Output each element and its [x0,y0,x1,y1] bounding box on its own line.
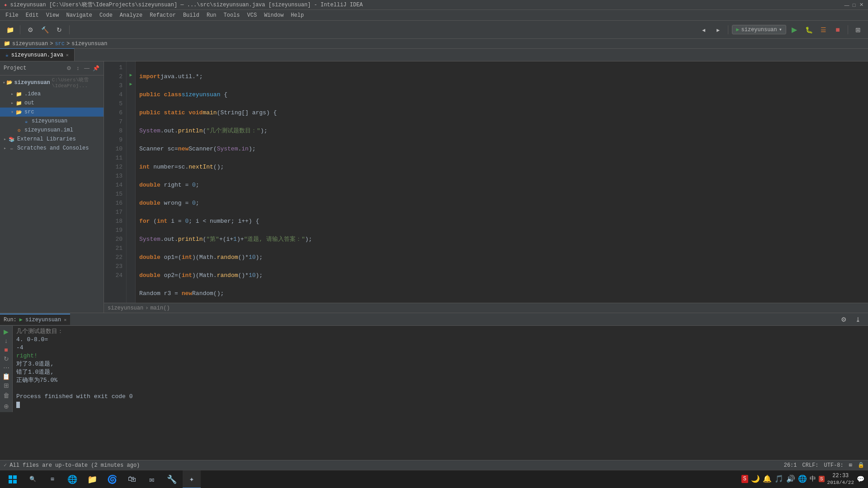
code-content[interactable]: import java.util.*; public class sizeyun… [136,61,868,303]
tree-item-iml[interactable]: ▸ ⚙ sizeyunsuan.iml [0,126,104,135]
run-options-btn[interactable]: ⋯ [1,364,11,372]
close-button[interactable]: ✕ [858,2,864,8]
gutter-run-3[interactable]: ▶ [129,81,132,87]
taskbar-right: S 🌙 🔔 🎵 🔊 🌐 中 S 22:33 2018/4/22 💬 [741,473,864,486]
tree-label-java: sizeyunsuan [32,118,67,124]
taskbar-clock[interactable]: 22:33 2018/4/22 [827,473,854,486]
file-tab-name: sizeyunsuan.java [11,52,63,58]
breadcrumb-part1[interactable]: sizeyunsuan [12,41,48,47]
taskbar-store-btn[interactable]: 🛍 [123,470,141,488]
run-expand-btn[interactable]: ⊕ [1,402,11,410]
cursor-position[interactable]: 26:1 [784,462,797,469]
coverage-button[interactable]: ☰ [817,23,830,36]
svg-rect-2 [9,480,12,483]
sidebar-expand-btn[interactable]: ↕ [74,64,82,72]
run-panel: Run: ▶ sizeyunsuan ✕ ⚙ ⤓ ▶ ↓ ■ ↻ ⋯ 📋 ⊞ 🗑… [0,313,868,412]
tree-item-src[interactable]: ▾ 📂 src [0,108,104,117]
tree-label-out: out [24,100,34,106]
menu-item-navigate[interactable]: Navigate [62,11,96,19]
debug-button[interactable]: 🐛 [802,23,815,36]
breadcrumb-project[interactable]: 📁 [4,40,10,47]
run-output: 几个测试题数目： 4. 0-8.0= -4 right! 对了3.0道题, 错了… [13,326,868,412]
iml-icon: ⚙ [15,127,23,134]
sidebar-pin-btn[interactable]: 📌 [92,64,100,72]
run-tab[interactable]: Run: ▶ sizeyunsuan ✕ [0,314,70,325]
breadcrumb-part3[interactable]: sizeyunsuan [71,41,107,47]
breadcrumb-part2[interactable]: src [55,41,65,47]
tree-arrow-idea: ▸ [9,91,15,97]
toolbar-layout-btn[interactable]: ⊞ [852,23,864,36]
minimize-button[interactable]: — [844,2,850,8]
tree-item-root[interactable]: ▾ 📂 sizeyunsuan C:\Users\晓雪\IdeaProj... [0,75,104,89]
run-start-btn[interactable]: ▶ [1,328,11,336]
menu-item-analyze[interactable]: Analyze [116,11,146,19]
taskbar-chrome-btn[interactable]: 🌀 [103,470,121,488]
code-line-12: double op2=(int)(Math.random()*10); [139,271,864,280]
taskbar-ime-icon[interactable]: S [741,475,748,483]
taskbar-notification-btn[interactable]: 💬 [857,475,864,483]
titlebar-title: sizeyunsuan [C:\Users\晓雪\IdeaProjects\si… [10,1,363,9]
taskbar-folder-btn[interactable]: 📁 [83,470,101,488]
sidebar-settings-btn[interactable]: ⚙ [65,64,73,72]
toolbar-forward-btn[interactable]: ▸ [712,23,724,36]
run-tab-close[interactable]: ✕ [64,317,66,323]
line-ending[interactable]: CRLF: [802,462,819,469]
menu-item-window[interactable]: Window [260,11,287,19]
sidebar-collapse-btn[interactable]: — [83,64,91,72]
menu-item-view[interactable]: View [42,11,63,19]
taskbar-app1-btn[interactable]: 🔧 [163,470,181,488]
menu-item-help[interactable]: Help [287,11,307,19]
taskbar-edge-btn[interactable]: 🌐 [63,470,81,488]
menu-item-edit[interactable]: Edit [22,11,42,19]
toolbar-folder-btn[interactable]: 📁 [4,23,16,36]
stop-button[interactable]: ■ [831,23,844,36]
lock-icon: 🔒 [858,462,864,469]
file-tab-close[interactable]: ✕ [66,52,69,58]
run-settings-btn[interactable]: ⚙ [837,313,850,326]
run-button[interactable]: ▶ [788,23,801,36]
taskbar-task-btn[interactable]: ⊞ [43,470,61,488]
tree-item-out[interactable]: ▸ 📁 out [0,99,104,108]
taskbar-intellij-btn[interactable]: ✦ [183,470,201,488]
run-config-name: sizeyunsuan [741,27,777,33]
code-breadcrumb-file[interactable]: sizeyunsuan [108,305,143,311]
code-line-4: System.out.println("几个测试题数目："); [139,127,864,136]
menu-item-run[interactable]: Run [203,11,220,19]
tree-item-java[interactable]: ▸ ☕ sizeyunsuan [0,117,104,126]
toolbar-back-btn[interactable]: ◂ [697,23,710,36]
code-line-1: import java.util.*; [139,72,864,81]
menu-item-tools[interactable]: Tools [220,11,244,19]
tree-item-extlib[interactable]: ▸ 📚 External Libraries [0,135,104,144]
maximize-button[interactable]: □ [851,2,857,8]
indent-icon[interactable]: ⊞ [849,462,852,469]
toolbar-build-btn[interactable]: 🔨 [38,23,51,36]
code-area[interactable]: 1 2 3 4 5 6 7 8 9 10 11 12 13 14 15 16 1… [104,61,868,303]
run-trash-btn[interactable]: 🗑 [1,391,11,399]
run-scroll-btn[interactable]: 📋 [1,372,11,380]
run-stop-btn[interactable]: ■ [1,346,11,354]
encoding[interactable]: UTF-8: [824,462,844,469]
run-rerun-btn[interactable]: ↻ [1,355,11,363]
run-filter-btn[interactable]: ⊞ [1,381,11,389]
run-config-dropdown[interactable]: ▶ sizeyunsuan [732,25,786,34]
menu-item-code[interactable]: Code [96,11,116,19]
menu-item-vcs[interactable]: VCS [244,11,261,19]
toolbar-sync-btn[interactable]: ↻ [53,23,66,36]
toolbar-settings-btn[interactable]: ⚙ [24,23,37,36]
taskbar-icon-5: 🌐 [798,474,807,483]
code-breadcrumb-method[interactable]: main() [150,305,170,311]
file-tab-sizeyunsuan[interactable]: ☕ sizeyunsuan.java ✕ [0,48,75,61]
svg-rect-1 [13,475,17,479]
taskbar-search-btn[interactable]: 🔍 [24,470,42,488]
run-dump-btn[interactable]: ⤓ [852,313,864,326]
tree-item-scratches[interactable]: ▸ ✏ Scratches and Consoles [0,144,104,153]
taskbar-mail-btn[interactable]: ✉ [143,470,161,488]
menu-item-build[interactable]: Build [179,11,203,19]
gutter-run-2[interactable]: ▶ [129,72,132,78]
tree-item-idea[interactable]: ▸ 📁 .idea [0,89,104,99]
run-tab-icon: ▶ [19,316,23,323]
taskbar-start-btn[interactable] [4,470,22,488]
menu-item-refactor[interactable]: Refactor [146,11,179,19]
menu-item-file[interactable]: File [2,11,22,19]
run-down-btn[interactable]: ↓ [1,337,11,345]
